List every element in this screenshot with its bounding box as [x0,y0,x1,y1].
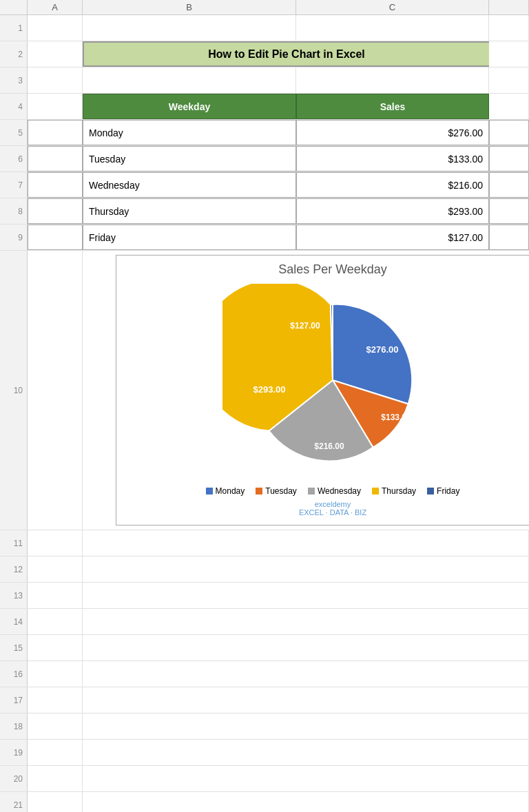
cell-1d[interactable] [489,15,529,41]
cell-8a[interactable] [28,198,83,224]
cell-10a[interactable] [28,251,83,530]
cell-1a[interactable] [28,15,83,41]
monday-label: $276.00 [366,344,399,355]
cell-6d[interactable] [489,146,529,171]
row-11: 11 [0,530,529,556]
cell-6a[interactable] [28,146,83,171]
cell-2a[interactable] [28,41,83,67]
cell-3a[interactable] [28,67,83,93]
col-header-c: C [296,0,489,14]
row-num-11: 11 [0,530,28,556]
row-num-8: 8 [0,198,28,224]
cell-sales-tuesday[interactable]: $133.00 [296,146,489,171]
cell-weekday-tuesday[interactable]: Tuesday [83,146,296,171]
row-num-17: 17 [0,687,28,713]
row-14: 14 [0,609,529,635]
legend-label-monday: Monday [216,486,245,496]
row-num-1: 1 [0,15,28,41]
table-row-thursday: 8 Thursday $293.00 [0,198,529,225]
cell-8d[interactable] [489,198,529,224]
row-num-6: 6 [0,146,28,171]
row-num-18: 18 [0,714,28,739]
legend-label-thursday: Thursday [382,486,416,496]
corner-spacer [0,0,28,14]
col-header-b: B [83,0,296,14]
row-num-14: 14 [0,609,28,634]
legend-tuesday: Tuesday [256,486,297,496]
cell-7a[interactable] [28,172,83,198]
legend-color-wednesday [308,488,315,495]
row-num-21: 21 [0,792,28,812]
legend-color-tuesday [256,488,262,495]
chart-legend: Monday Tuesday Wednesday Thursday [123,483,529,499]
friday-label: $127.00 [290,321,320,331]
legend-color-thursday [372,488,379,495]
table-row-monday: 5 Monday $276.00 [0,120,529,146]
row-2: 2 How to Edit Pie Chart in Excel [0,41,529,67]
col-header-a: A [28,0,83,14]
cell-weekday-wednesday[interactable]: Wednesday [83,172,296,198]
cell-1b[interactable] [83,15,296,41]
watermark-exceldemy: exceldemy EXCEL · DATA · BIZ [123,499,529,518]
cell-sales-wednesday[interactable]: $216.00 [296,172,489,198]
row-num-4: 4 [0,94,28,119]
pie-wrapper: $276.00 $133.00 $216.00 $293.00 [123,284,529,477]
row-19: 19 [0,740,529,766]
table-row-wednesday: 7 Wednesday $216.00 [0,172,529,198]
chart-row-start: Sales Per Weekday [83,251,529,530]
row-18: 18 [0,714,529,740]
cell-4d[interactable] [489,94,529,119]
cell-sales-thursday[interactable]: $293.00 [296,198,489,224]
row-3: 3 [0,67,529,94]
legend-color-friday [427,488,434,495]
wednesday-label: $216.00 [314,441,344,451]
row-num-9: 9 [0,225,28,250]
cell-3b[interactable] [83,67,296,93]
legend-color-monday [206,488,213,495]
cell-weekday-friday[interactable]: Friday [83,225,296,250]
cell-3c[interactable] [296,67,489,93]
cell-5a[interactable] [28,120,83,145]
watermark-text1: exceldemy [315,500,351,508]
col-header-d [489,0,529,14]
legend-label-friday: Friday [437,486,459,496]
thursday-label: $293.00 [253,384,286,395]
chart-title: Sales Per Weekday [123,262,529,277]
cell-3d[interactable] [489,67,529,93]
row-num-15: 15 [0,635,28,660]
legend-monday: Monday [206,486,245,496]
spreadsheet: A B C 1 2 How to Edit Pie Chart in Excel… [0,0,529,812]
cell-9d[interactable] [489,225,529,250]
cell-1c[interactable] [296,15,489,41]
row-num-20: 20 [0,766,28,791]
legend-label-wednesday: Wednesday [318,486,361,496]
column-headers: A B C [0,0,529,15]
row-21: 21 [0,792,529,812]
row-4: 4 Weekday Sales [0,94,529,120]
title-cell: How to Edit Pie Chart in Excel [83,41,489,67]
pie-chart: $276.00 $133.00 $216.00 $293.00 [222,284,443,477]
tuesday-label: $133.00 [381,413,411,422]
row-num-16: 16 [0,661,28,687]
row-num-10: 10 [0,251,28,530]
cell-4a[interactable] [28,94,83,119]
cell-2d[interactable] [489,41,529,67]
table-row-friday: 9 Friday $127.00 [0,225,529,251]
cell-sales-monday[interactable]: $276.00 [296,120,489,145]
watermark-text2: EXCEL · DATA · BIZ [299,508,366,517]
chart-container: Sales Per Weekday [116,255,529,525]
legend-thursday: Thursday [372,486,416,496]
row-1: 1 [0,15,529,41]
row-15: 15 [0,635,529,661]
cell-weekday-monday[interactable]: Monday [83,120,296,145]
row-num-12: 12 [0,556,28,582]
cell-7d[interactable] [489,172,529,198]
table-header-weekday: Weekday [83,94,296,119]
cell-weekday-thursday[interactable]: Thursday [83,198,296,224]
row-num-7: 7 [0,172,28,198]
cell-9a[interactable] [28,225,83,250]
cell-sales-friday[interactable]: $127.00 [296,225,489,250]
row-13: 13 [0,583,529,609]
row-10: 10 Sales Per Weekday [0,251,529,530]
cell-5d[interactable] [489,120,529,145]
